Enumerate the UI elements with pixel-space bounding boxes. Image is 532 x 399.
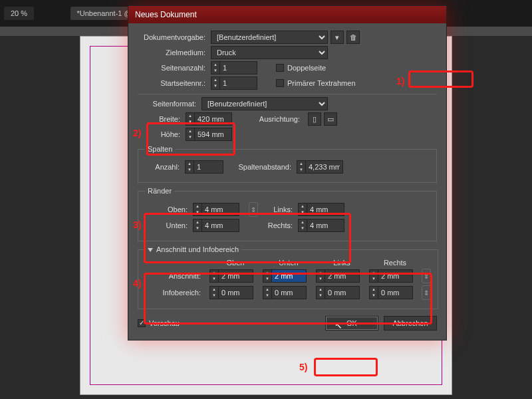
primary-textframe-checkbox[interactable] (276, 79, 284, 87)
bleed-bottom-stepper[interactable]: ▲▼ (263, 269, 307, 283)
pages-label: Seitenanzahl: (138, 64, 211, 72)
margin-top-stepper[interactable]: ▲▼ (193, 203, 239, 216)
slug-right-stepper[interactable]: ▲▼ (369, 286, 413, 299)
margin-left-stepper[interactable]: ▲▼ (298, 203, 344, 216)
chevron-down-icon (148, 248, 153, 252)
intent-label: Zielmedium: (138, 49, 211, 57)
delete-preset-icon[interactable]: 🗑 (346, 31, 360, 44)
height-label: Höhe: (138, 130, 186, 138)
slug-label: Infobereich: (145, 289, 205, 297)
orientation-portrait-icon[interactable]: ▯ (308, 112, 321, 126)
margin-bottom-label: Unten: (145, 221, 193, 229)
slug-left-stepper[interactable]: ▲▼ (316, 286, 360, 299)
cursor-icon: ↖ (334, 320, 342, 331)
margin-right-stepper[interactable]: ▲▼ (298, 219, 344, 232)
startpage-stepper[interactable]: ▲▼ (211, 76, 257, 90)
pagesize-dropdown[interactable]: [Benutzerdefiniert] (201, 97, 328, 110)
margins-group: Ränder Oben: ▲▼ ⇕ Links: ▲▼ Unten: ▲▼ Re… (138, 187, 437, 241)
gutter-label: Spaltenabstand: (223, 163, 297, 171)
height-stepper[interactable]: ▲▼ (186, 128, 232, 141)
pagesize-label: Seitenformat: (138, 100, 201, 108)
primary-textframe-label: Primärer Textrahmen (287, 79, 356, 87)
new-document-dialog: Neues Dokument Dokumentvorgabe: [Benutze… (128, 5, 447, 340)
preview-label: Vorschau (149, 319, 180, 327)
margin-right-label: Rechts: (258, 221, 298, 229)
annotation-2: 2) (133, 128, 141, 138)
orientation-label: Ausrichtung: (232, 115, 305, 123)
pages-stepper[interactable]: ▲▼ (211, 61, 257, 74)
ok-button[interactable]: OK (325, 316, 378, 331)
link-slug-icon[interactable]: ⇕ (422, 285, 431, 300)
width-stepper[interactable]: ▲▼ (186, 112, 232, 126)
orientation-landscape-icon[interactable]: ▭ (324, 112, 337, 126)
slug-bottom-stepper[interactable]: ▲▼ (263, 286, 307, 299)
cancel-button[interactable]: Abbrechen (384, 316, 437, 331)
annotation-3: 3) (133, 219, 141, 230)
bleed-top-stepper[interactable]: ▲▼ (209, 269, 253, 283)
column-count-label: Anzahl: (145, 163, 185, 171)
annotation-5: 5) (299, 362, 307, 372)
startpage-label: Startseitennr.: (138, 79, 211, 87)
margin-bottom-stepper[interactable]: ▲▼ (193, 219, 239, 232)
intent-dropdown[interactable]: Druck (211, 46, 328, 59)
preset-label: Dokumentvorgabe: (138, 33, 211, 41)
bleed-label: Anschnitt: (145, 272, 205, 280)
preview-checkbox[interactable] (138, 319, 146, 327)
dialog-titlebar[interactable]: Neues Dokument (128, 6, 446, 23)
link-bleed-icon[interactable]: ⇕ (422, 269, 431, 283)
facing-pages-label: Doppelseite (287, 64, 326, 72)
facing-pages-checkbox[interactable] (276, 64, 284, 72)
link-margins-icon[interactable]: ⇕ (249, 202, 258, 217)
bleed-right-stepper[interactable]: ▲▼ (369, 269, 413, 283)
bleed-slug-group: Anschnitt und Infobereich ObenUntenLinks… (138, 245, 438, 309)
annotation-1: 1) (396, 76, 404, 86)
columns-group: Spalten Anzahl: ▲▼ Spaltenabstand: ▲▼ (138, 145, 437, 183)
bleed-left-stepper[interactable]: ▲▼ (316, 269, 360, 283)
gutter-stepper[interactable]: ▲▼ (297, 160, 343, 174)
margin-top-label: Oben: (145, 205, 193, 213)
save-preset-icon[interactable]: ▾ (331, 31, 344, 44)
slug-top-stepper[interactable]: ▲▼ (209, 286, 253, 299)
margin-left-label: Links: (258, 205, 298, 213)
bleed-slug-disclosure[interactable]: Anschnitt und Infobereich (145, 245, 241, 253)
preset-dropdown[interactable]: [Benutzerdefiniert] (211, 31, 328, 44)
zoom-indicator: 20 % (4, 7, 34, 20)
column-count-stepper[interactable]: ▲▼ (185, 160, 223, 174)
width-label: Breite: (138, 115, 186, 123)
annotation-4: 4) (133, 278, 141, 289)
